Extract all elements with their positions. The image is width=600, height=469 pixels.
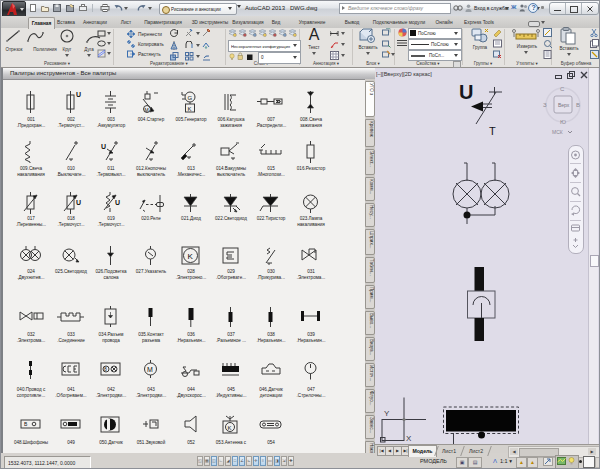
svg-text:МСК: МСК [552,129,563,135]
svg-text:U: U [76,199,81,206]
svg-text:8: 8 [104,366,107,372]
svg-text:Y: Y [384,409,390,418]
svg-text:С: С [560,86,565,92]
svg-text:K: K [188,252,194,261]
svg-text:U: U [115,199,120,206]
svg-text:U: U [459,81,473,103]
svg-text:K: K [188,106,192,112]
svg-text:Ю: Ю [560,119,566,125]
svg-text:В: В [24,421,28,427]
svg-text:M: M [145,107,149,113]
svg-text:K: K [228,425,232,431]
svg-text:U: U [76,91,81,98]
svg-text:В: В [576,102,580,108]
svg-text:U: U [101,143,106,150]
svg-text:X: X [406,434,412,443]
svg-text:Верх: Верх [558,102,570,108]
svg-text:M: M [147,366,153,373]
svg-text:T: T [489,125,496,137]
svg-text:З: З [543,102,547,108]
svg-text:G: G [188,95,193,101]
